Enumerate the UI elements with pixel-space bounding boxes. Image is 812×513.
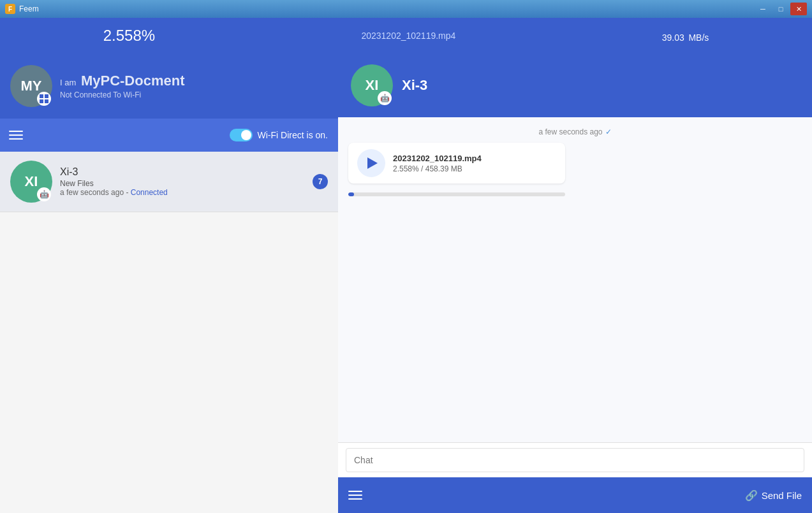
device-item-info: Xi-3 New Files a few seconds ago - Conne…	[60, 166, 305, 197]
chat-body: a few seconds ago ✓ 20231202_102119.mp4 …	[338, 117, 812, 442]
hamburger-line-3	[9, 138, 23, 140]
bottom-hamburger-line-1	[348, 491, 362, 492]
file-transfer-info: 20231202_102119.mp4 2.558% / 458.39 MB	[393, 154, 556, 173]
chat-device-name: Xi-3	[402, 77, 427, 94]
notification-badge: 7	[313, 174, 328, 189]
transfer-speed: 39.03 MB/s	[662, 27, 709, 45]
close-button[interactable]: ✕	[790, 3, 807, 15]
windows-badge	[37, 92, 51, 106]
maximize-button[interactable]: □	[772, 3, 789, 15]
app-icon: F	[5, 4, 15, 14]
minimize-button[interactable]: ─	[755, 3, 771, 15]
chat-android-badge: 🤖	[378, 91, 392, 105]
chat-input-area	[338, 442, 812, 477]
right-panel: XI 🤖 Xi-3 a few seconds ago ✓ 20231202_1…	[338, 54, 812, 513]
title-bar-controls: ─ □ ✕	[755, 3, 807, 15]
file-transfer-card: 20231202_102119.mp4 2.558% / 458.39 MB	[348, 143, 565, 184]
wifi-status: Not Connected To Wi-Fi	[60, 90, 185, 99]
device-item-status: New Files a few seconds ago - Connected	[60, 179, 305, 197]
device-item-name: Xi-3	[60, 166, 305, 178]
play-icon	[367, 157, 378, 169]
bottom-hamburger-line-3	[348, 498, 362, 500]
file-transfer-progress-text: 2.558% / 458.39 MB	[393, 164, 556, 173]
hamburger-menu-icon[interactable]	[9, 131, 23, 140]
wifi-direct-text: Wi-Fi Direct is on.	[230, 129, 328, 141]
hamburger-line-1	[9, 131, 23, 132]
progress-bar-fill	[348, 192, 354, 196]
bottom-hamburger-line-2	[348, 495, 362, 496]
main-layout: MY I am MyPC-Docment Not Connected To Wi…	[0, 54, 812, 513]
paperclip-icon: 🔗	[745, 489, 758, 502]
send-file-button[interactable]: 🔗 Send File	[745, 489, 802, 502]
chat-header: XI 🤖 Xi-3	[338, 54, 812, 117]
chat-avatar-container: XI 🤖	[351, 64, 393, 106]
chat-android-icon: 🤖	[380, 94, 390, 103]
bottom-hamburger-icon[interactable]	[348, 491, 362, 500]
file-icon-circle	[357, 149, 385, 177]
file-transfer-name: 20231202_102119.mp4	[393, 154, 556, 163]
my-avatar-container: MY	[10, 65, 52, 107]
progress-bar-container	[348, 192, 565, 196]
transfer-percent: 2.558%	[103, 27, 155, 45]
left-panel: MY I am MyPC-Docment Not Connected To Wi…	[0, 54, 338, 513]
hamburger-line-2	[9, 134, 23, 136]
transfer-bar: 2.558% 20231202_102119.mp4 39.03 MB/s	[0, 18, 812, 54]
device-item[interactable]: XI 🤖 Xi-3 New Files a few seconds ago - …	[0, 152, 338, 212]
my-device-header: MY I am MyPC-Docment Not Connected To Wi…	[0, 54, 338, 119]
android-icon: 🤖	[40, 190, 49, 199]
connected-link[interactable]: Connected	[131, 188, 168, 197]
message-time: a few seconds ago ✓	[348, 127, 802, 136]
title-bar-text: Feem	[19, 4, 39, 13]
check-icon: ✓	[605, 127, 612, 136]
i-am-label: I am MyPC-Docment	[60, 73, 185, 89]
wifi-direct-toggle[interactable]	[230, 129, 253, 141]
wifi-direct-bar: Wi-Fi Direct is on.	[0, 119, 338, 152]
chat-input[interactable]	[346, 448, 804, 472]
transfer-filename: 20231202_102119.mp4	[361, 31, 455, 41]
xi-avatar-container: XI 🤖	[10, 161, 52, 203]
toggle-knob	[241, 130, 251, 140]
title-bar-left: F Feem	[5, 4, 39, 14]
my-device-name: MyPC-Docment	[81, 73, 185, 89]
title-bar: F Feem ─ □ ✕	[0, 0, 812, 18]
my-device-info: I am MyPC-Docment Not Connected To Wi-Fi	[60, 73, 185, 99]
device-list: XI 🤖 Xi-3 New Files a few seconds ago - …	[0, 152, 338, 513]
android-badge: 🤖	[37, 187, 51, 201]
windows-icon	[40, 94, 48, 103]
bottom-toolbar: 🔗 Send File	[338, 477, 812, 513]
